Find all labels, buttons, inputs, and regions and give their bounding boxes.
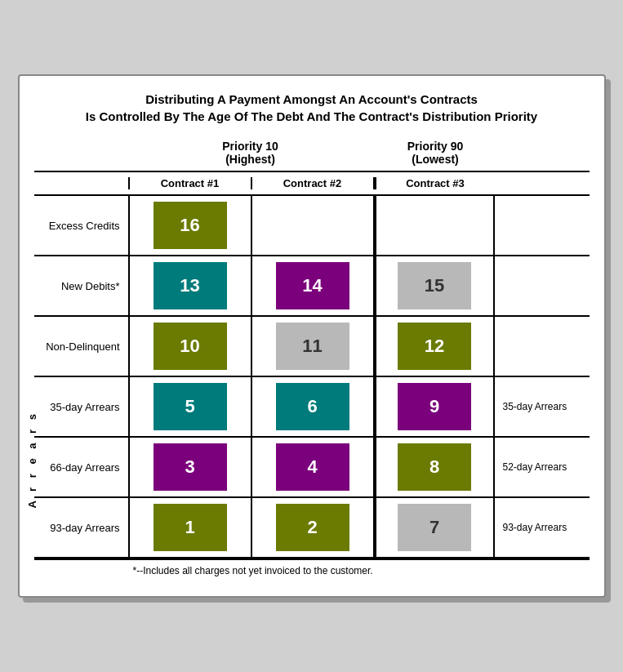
data-cell: 12 (376, 317, 495, 376)
cell-value: 10 (154, 323, 227, 370)
right-row-label: 93-day Arrears (495, 498, 590, 557)
col-headers-row: Contract #1 Contract #2 Contract #3 (34, 171, 590, 196)
cell-value: 6 (276, 383, 349, 430)
arrears-text: A r r e a r s (26, 411, 38, 508)
data-cell: 6 (251, 377, 373, 436)
cell-value: 13 (154, 262, 227, 309)
cell-value: 8 (398, 443, 471, 491)
row-label: 66-day Arrears (34, 438, 128, 496)
table-row: Excess Credits16 (34, 196, 590, 256)
cell-value: 5 (154, 383, 227, 430)
data-cell: 14 (251, 256, 373, 315)
col1-header: Contract #1 (128, 177, 251, 189)
cell-value: 14 (276, 262, 349, 309)
cell-value: 15 (398, 262, 471, 309)
cell-value: 2 (276, 504, 349, 551)
data-cell: 10 (128, 317, 251, 376)
table-row: 66-day Arrears34852-day Arrears (34, 438, 590, 498)
main-title: Distributing A Payment Amongst An Accoun… (34, 91, 590, 125)
row-label: Excess Credits (34, 196, 128, 255)
data-cell: 13 (128, 256, 251, 315)
row-label: Non-Delinquent (34, 317, 128, 376)
data-cell: 5 (128, 377, 251, 436)
data-cell (376, 196, 495, 255)
data-cell: 9 (376, 377, 495, 436)
cell-value: 7 (398, 504, 471, 551)
main-card: Distributing A Payment Amongst An Accoun… (18, 74, 606, 598)
cell-value: 9 (398, 383, 471, 430)
title-line2: Is Controlled By The Age Of The Debt And… (86, 109, 537, 123)
footnote-text: *--Includes all charges not yet invoiced… (128, 565, 373, 576)
cell-value (398, 202, 471, 249)
right-row-label: 52-day Arrears (495, 438, 590, 496)
data-cell: 4 (251, 438, 373, 496)
right-row-label: 35-day Arrears (495, 377, 590, 436)
cell-value: 11 (276, 323, 349, 370)
cell-value: 1 (154, 504, 227, 551)
right-row-label (495, 317, 590, 376)
data-cell: 2 (251, 498, 373, 557)
table-row: Non-Delinquent101112 (34, 317, 590, 377)
table-row: 93-day Arrears12793-day Arrears (34, 498, 590, 559)
data-cell: 7 (376, 498, 495, 557)
cell-value: 16 (154, 202, 227, 249)
col2-header: Contract #2 (251, 177, 373, 189)
data-cell: 11 (251, 317, 373, 376)
data-cell: 3 (128, 438, 251, 496)
data-cell: 15 (376, 256, 495, 315)
data-cell: 16 (128, 196, 251, 255)
table-row: 35-day Arrears56935-day Arrears (34, 377, 590, 438)
arrears-vertical-label: A r r e a r s (26, 370, 38, 550)
footnote-row: *--Includes all charges not yet invoiced… (34, 559, 590, 581)
col3-header: Contract #3 (376, 177, 495, 189)
data-cell: 8 (376, 438, 495, 496)
row-label: New Debits* (34, 256, 128, 315)
data-cell (251, 196, 373, 255)
cell-value: 3 (154, 443, 227, 491)
priority-low-header: Priority 90(Lowest) (376, 140, 495, 166)
empty-col-header (34, 177, 128, 189)
cell-value: 4 (276, 443, 349, 491)
data-cell: 1 (128, 498, 251, 557)
cell-value: 12 (398, 323, 471, 370)
cell-value (276, 202, 349, 249)
table-area: Excess Credits16New Debits*131415Non-Del… (34, 196, 590, 581)
row-label: 93-day Arrears (34, 498, 128, 557)
right-row-label (495, 196, 590, 255)
right-row-label (495, 256, 590, 315)
title-line1: Distributing A Payment Amongst An Accoun… (145, 92, 478, 106)
priority-high-header: Priority 10(Highest) (128, 140, 373, 166)
table-row: New Debits*131415 (34, 256, 590, 317)
row-label: 35-day Arrears (34, 377, 128, 436)
